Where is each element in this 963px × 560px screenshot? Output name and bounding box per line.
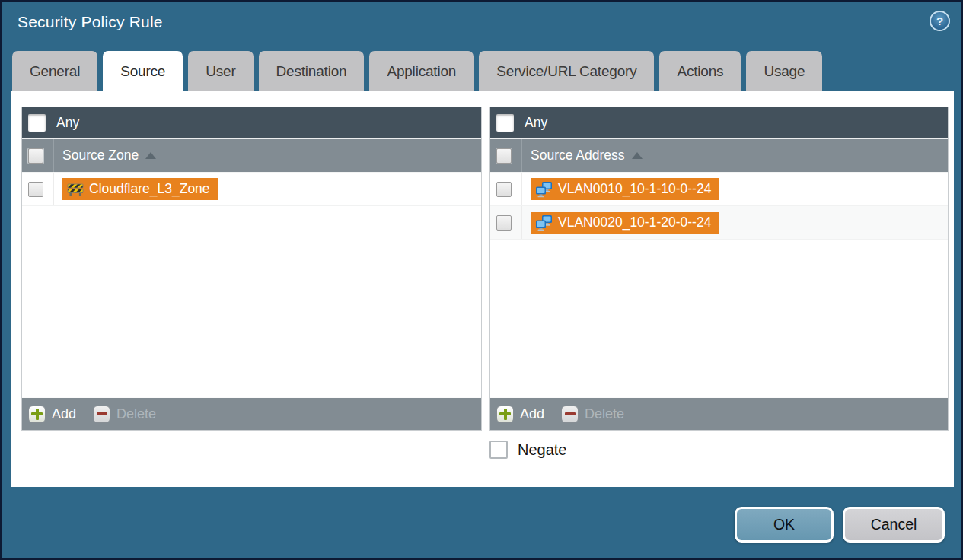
tab-general[interactable]: General — [12, 51, 97, 91]
select-all-checkbox[interactable] — [28, 148, 43, 164]
delete-label: Delete — [585, 406, 624, 422]
any-label: Any — [525, 115, 547, 131]
select-all-cell — [22, 139, 54, 172]
column-header-row[interactable]: Source Address — [490, 138, 948, 173]
panel-footer: Add Delete — [490, 397, 948, 430]
tab-bar: GeneralSourceUserDestinationApplicationS… — [12, 51, 951, 91]
sort-asc-icon — [145, 152, 156, 159]
object-label: Cloudflare_L3_Zone — [89, 181, 210, 197]
tab-source[interactable]: Source — [103, 51, 183, 91]
ok-button[interactable]: OK — [735, 507, 834, 542]
row-checkbox[interactable] — [496, 215, 512, 231]
column-header-row[interactable]: Source Zone — [22, 138, 481, 173]
source-address-list: VLAN0010_10-1-10-0--24VLAN0020_10-1-20-0… — [490, 173, 948, 397]
negate-label: Negate — [518, 441, 567, 459]
add-button[interactable]: Add — [28, 406, 76, 423]
object-chip[interactable]: Cloudflare_L3_Zone — [62, 178, 218, 200]
tab-content-pane: Any Source Zone Cloudflare_L3_Zone Add D… — [11, 91, 954, 487]
any-header-row: Any — [490, 107, 948, 138]
network-icon — [535, 215, 553, 231]
any-label: Any — [56, 115, 79, 131]
delete-label: Delete — [116, 406, 156, 422]
select-all-cell — [490, 139, 522, 172]
list-item: VLAN0010_10-1-10-0--24 — [490, 173, 948, 206]
add-icon — [496, 406, 514, 423]
delete-button[interactable]: Delete — [93, 406, 156, 423]
tab-service-url-category[interactable]: Service/URL Category — [479, 51, 654, 91]
row-checkbox[interactable] — [496, 182, 512, 197]
object-chip[interactable]: VLAN0020_10-1-20-0--24 — [531, 212, 719, 234]
tab-usage[interactable]: Usage — [746, 51, 822, 91]
object-chip[interactable]: VLAN0010_10-1-10-0--24 — [531, 178, 719, 200]
object-label: VLAN0020_10-1-20-0--24 — [558, 215, 711, 231]
row-checkbox-cell — [22, 173, 54, 205]
select-all-checkbox[interactable] — [496, 148, 512, 164]
panel-footer: Add Delete — [22, 397, 481, 430]
column-header-label: Source Address — [531, 148, 625, 164]
add-button[interactable]: Add — [496, 406, 544, 423]
tab-actions[interactable]: Actions — [659, 51, 741, 91]
help-icon[interactable]: ? — [930, 11, 950, 31]
row-checkbox[interactable] — [28, 182, 43, 197]
tab-destination[interactable]: Destination — [259, 51, 365, 91]
row-checkbox-cell — [490, 206, 522, 239]
delete-icon — [561, 406, 579, 423]
add-label: Add — [52, 406, 76, 422]
sort-asc-icon — [632, 152, 643, 159]
any-checkbox[interactable] — [496, 114, 514, 132]
cancel-button[interactable]: Cancel — [843, 507, 945, 542]
column-header-label: Source Zone — [62, 148, 139, 164]
source-address-panel: Any Source Address VLAN0010_10-1-10-0--2… — [489, 107, 949, 431]
add-label: Add — [520, 406, 544, 422]
tab-user[interactable]: User — [188, 51, 253, 91]
any-checkbox[interactable] — [28, 114, 46, 132]
dialog-title: Security Policy Rule — [18, 13, 163, 31]
add-icon — [28, 406, 46, 423]
source-zone-list: Cloudflare_L3_Zone — [22, 173, 481, 397]
delete-button[interactable]: Delete — [561, 406, 624, 423]
delete-icon — [93, 406, 110, 423]
network-icon — [535, 181, 553, 198]
security-policy-rule-dialog: Security Policy Rule ? GeneralSourceUser… — [0, 0, 963, 560]
source-zone-panel: Any Source Zone Cloudflare_L3_Zone Add D… — [21, 107, 482, 431]
negate-row: Negate — [489, 441, 567, 459]
zone-icon — [67, 182, 84, 197]
list-item: Cloudflare_L3_Zone — [22, 173, 481, 206]
tab-application[interactable]: Application — [369, 51, 474, 91]
any-header-row: Any — [22, 107, 481, 138]
negate-checkbox[interactable] — [489, 441, 508, 459]
row-checkbox-cell — [490, 173, 522, 205]
object-label: VLAN0010_10-1-10-0--24 — [558, 181, 711, 197]
list-item: VLAN0020_10-1-20-0--24 — [490, 206, 948, 240]
